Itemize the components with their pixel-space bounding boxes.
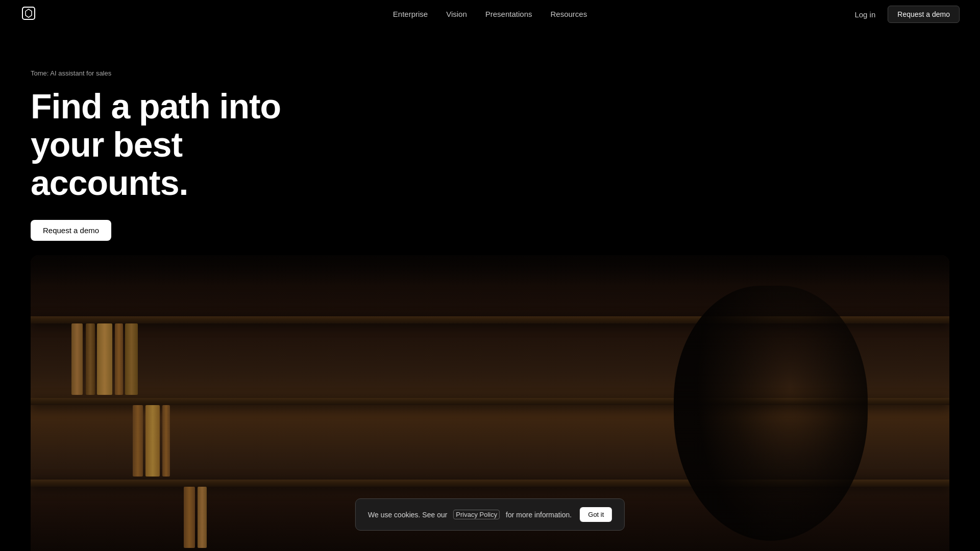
hero-title-line2: your best accounts. — [31, 125, 188, 202]
navigation: Enterprise Vision Presentations Resource… — [0, 0, 980, 29]
hero-title-line1: Find a path into — [31, 87, 281, 126]
nav-links: Enterprise Vision Presentations Resource… — [393, 10, 587, 19]
hero-section: Tome: AI assistant for sales Find a path… — [0, 29, 980, 241]
cookie-got-it-button[interactable]: Got it — [580, 507, 612, 522]
nav-actions: Log in Request a demo — [854, 6, 960, 23]
nav-resources[interactable]: Resources — [551, 10, 587, 18]
logo[interactable] — [20, 5, 37, 23]
nav-presentations[interactable]: Presentations — [485, 10, 532, 18]
hero-subtitle: Tome: AI assistant for sales — [31, 69, 949, 77]
spine-4 — [115, 323, 123, 395]
spine-8 — [162, 405, 170, 477]
spine-7 — [145, 405, 160, 477]
spine-2 — [86, 323, 95, 395]
ceiling-line — [31, 255, 949, 286]
hero-cta-button[interactable]: Request a demo — [31, 220, 111, 241]
spine-1 — [71, 323, 83, 395]
spine-9 — [184, 487, 195, 548]
nav-vision[interactable]: Vision — [446, 10, 467, 18]
spine-10 — [198, 487, 207, 548]
cookie-banner: We use cookies. See our Privacy Policy f… — [355, 498, 625, 531]
nav-request-demo-button[interactable]: Request a demo — [888, 6, 960, 23]
spine-3 — [97, 323, 112, 395]
cookie-text: We use cookies. See our Privacy Policy f… — [368, 510, 572, 519]
spine-5 — [125, 323, 138, 395]
cookie-privacy-link[interactable]: Privacy Policy — [453, 510, 500, 519]
spine-6 — [133, 405, 143, 477]
figure-silhouette — [674, 286, 868, 541]
cookie-message: We use cookies. See our — [368, 511, 447, 519]
hero-title: Find a path into your best accounts. — [31, 87, 286, 202]
cookie-suffix: for more information. — [506, 511, 572, 519]
nav-enterprise[interactable]: Enterprise — [393, 10, 428, 18]
login-button[interactable]: Log in — [854, 10, 875, 19]
